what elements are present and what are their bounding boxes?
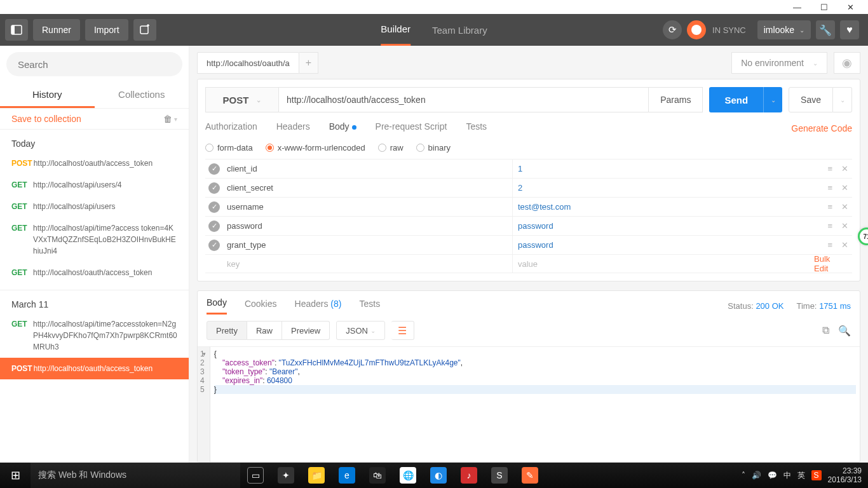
tray-ime[interactable]: 中 — [783, 470, 791, 481]
table-row[interactable]: keyvalueBulk Edit — [205, 254, 852, 273]
history-item[interactable]: GEThttp://localhost/api/users/4 — [0, 174, 189, 196]
taskbar-app[interactable]: 📁 — [301, 463, 332, 488]
taskbar-app[interactable]: 🌐 — [393, 463, 423, 488]
authorization-tab[interactable]: Authorization — [205, 121, 257, 135]
tray-chevron-icon[interactable]: ˄ — [742, 471, 745, 480]
table-row[interactable]: ✓client_secret2≡✕ — [205, 178, 852, 197]
save-to-collection-link[interactable]: Save to collection — [11, 114, 81, 124]
drag-icon[interactable]: ≡ — [827, 240, 832, 250]
history-item[interactable]: POSThttp://localhost/oauth/access_token — [0, 152, 189, 174]
table-row[interactable]: ✓passwordpassword≡✕ — [205, 216, 852, 235]
table-row[interactable]: ✓usernametest@test.com≡✕ — [205, 197, 852, 216]
close-button[interactable]: ✕ — [847, 3, 854, 12]
body-type-urlencoded[interactable]: x-www-form-urlencoded — [266, 143, 365, 152]
drag-icon[interactable]: ≡ — [827, 183, 832, 193]
sync-status-icon[interactable] — [687, 20, 706, 39]
check-icon[interactable]: ✓ — [208, 201, 220, 213]
add-tab-button[interactable]: + — [299, 52, 318, 74]
maximize-button[interactable]: ☐ — [820, 3, 828, 12]
taskbar-app[interactable]: 🛍 — [362, 463, 393, 488]
save-button[interactable]: Save — [789, 87, 833, 112]
environment-preview-button[interactable]: ◉ — [834, 52, 860, 74]
taskbar-app[interactable]: ✦ — [271, 463, 301, 488]
new-window-button[interactable] — [133, 19, 156, 41]
start-button[interactable]: ⊞ — [0, 463, 31, 488]
environment-select[interactable]: No environment⌄ — [731, 52, 827, 74]
delete-row-icon[interactable]: ✕ — [841, 221, 848, 231]
bulk-edit-link[interactable]: Bulk Edit — [814, 254, 848, 273]
history-item[interactable]: GEThttp://localhost/oauth/access_token — [0, 262, 189, 283]
view-pretty-button[interactable]: Pretty — [207, 321, 247, 340]
favorite-button[interactable]: ♥ — [840, 20, 859, 39]
tray-notification-icon[interactable]: 💬 — [768, 471, 777, 480]
history-item[interactable]: POSThttp://localhost/oauth/access_token — [0, 358, 189, 379]
delete-row-icon[interactable]: ✕ — [841, 240, 848, 250]
history-item[interactable]: GEThttp://localhost/api/users — [0, 196, 189, 217]
url-input[interactable]: http://localhost/oauth/access_token — [279, 87, 649, 112]
collections-tab[interactable]: Collections — [95, 83, 189, 108]
user-menu[interactable]: imlooke⌄ — [757, 20, 811, 39]
body-type-binary[interactable]: binary — [416, 143, 451, 152]
settings-button[interactable]: 🔧 — [816, 20, 835, 39]
search-response-icon[interactable]: 🔍 — [838, 325, 851, 337]
drag-icon[interactable]: ≡ — [827, 221, 832, 231]
tray-volume-icon[interactable]: 🔊 — [752, 471, 761, 480]
tests-tab[interactable]: Tests — [466, 121, 487, 135]
table-row[interactable]: ✓grant_typepassword≡✕ — [205, 235, 852, 254]
check-icon[interactable]: ✓ — [208, 220, 220, 232]
taskbar-app[interactable]: ♪ — [454, 463, 484, 488]
response-cookies-tab[interactable]: Cookies — [245, 299, 277, 314]
delete-row-icon[interactable]: ✕ — [841, 202, 848, 212]
history-tab[interactable]: History — [0, 83, 95, 108]
table-row[interactable]: ✓client_id1≡✕ — [205, 159, 852, 178]
send-button[interactable]: Send — [709, 87, 763, 112]
view-preview-button[interactable]: Preview — [282, 321, 330, 340]
response-tests-tab[interactable]: Tests — [359, 299, 380, 314]
format-select[interactable]: JSON ⌄ — [336, 321, 384, 340]
tray-sogou-icon[interactable]: S — [811, 470, 822, 480]
taskbar-app[interactable]: S — [484, 463, 515, 488]
body-tab[interactable]: Body — [329, 121, 356, 135]
interceptor-icon[interactable]: ⟳ — [663, 20, 682, 39]
wrap-lines-button[interactable]: ☰ — [391, 321, 414, 340]
send-dropdown[interactable]: ⌄ — [763, 87, 782, 112]
taskbar-app[interactable]: ◐ — [423, 463, 454, 488]
check-icon[interactable]: ✓ — [208, 240, 220, 251]
drag-icon[interactable]: ≡ — [827, 164, 832, 173]
history-item[interactable]: GEThttp://localhost/api/time?access toke… — [0, 217, 189, 262]
search-input[interactable] — [6, 52, 182, 76]
runner-button[interactable]: Runner — [33, 19, 80, 41]
response-body[interactable]: 12345 { "access_token": "TuZxxFHcHlMvMe4… — [198, 347, 860, 462]
sidebar-toggle-button[interactable] — [5, 19, 28, 41]
request-tab[interactable]: http://localhost/oauth/a — [197, 52, 299, 74]
delete-history-button[interactable]: 🗑▾ — [163, 114, 177, 124]
body-type-raw[interactable]: raw — [378, 143, 403, 152]
copy-response-icon[interactable]: ⧉ — [822, 325, 829, 337]
delete-row-icon[interactable]: ✕ — [841, 164, 848, 173]
taskbar-app[interactable]: ✎ — [515, 463, 545, 488]
method-select[interactable]: POST⌄ — [205, 87, 279, 112]
body-type-formdata[interactable]: form-data — [205, 143, 253, 152]
save-dropdown[interactable]: ⌄ — [833, 87, 852, 112]
builder-tab[interactable]: Builder — [381, 14, 410, 46]
params-button[interactable]: Params — [649, 87, 703, 112]
import-button[interactable]: Import — [85, 19, 128, 41]
taskbar-clock[interactable]: 23:39 2016/3/13 — [828, 466, 862, 485]
check-icon[interactable]: ✓ — [208, 182, 220, 194]
response-body-tab[interactable]: Body — [207, 297, 227, 315]
delete-row-icon[interactable]: ✕ — [841, 183, 848, 193]
minimize-button[interactable]: — — [793, 3, 801, 12]
drag-icon[interactable]: ≡ — [827, 202, 832, 212]
prerequest-tab[interactable]: Pre-request Script — [376, 121, 447, 135]
check-icon[interactable]: ✓ — [208, 163, 220, 175]
team-library-tab[interactable]: Team Library — [432, 14, 487, 46]
task-view-icon[interactable]: ▭ — [240, 463, 271, 488]
tray-ime[interactable]: 英 — [797, 470, 805, 481]
view-raw-button[interactable]: Raw — [247, 321, 282, 340]
generate-code-link[interactable]: Generate Code — [791, 123, 852, 133]
history-item[interactable]: GEThttp://localhost/api/time?accesstoken… — [0, 313, 189, 358]
response-headers-tab[interactable]: Headers (8) — [295, 299, 342, 314]
taskbar-search[interactable]: 搜索 Web 和 Windows — [31, 463, 240, 488]
taskbar-app[interactable]: e — [332, 463, 362, 488]
headers-tab[interactable]: Headers — [276, 121, 310, 135]
